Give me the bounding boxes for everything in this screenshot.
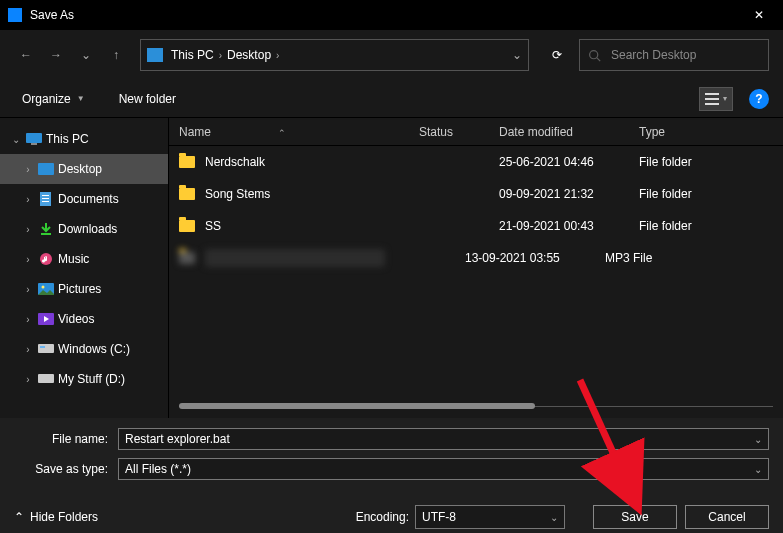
svg-rect-3 xyxy=(705,98,719,100)
close-button[interactable]: ✕ xyxy=(737,0,781,30)
horizontal-scrollbar[interactable] xyxy=(179,400,773,414)
chevron-right-icon[interactable]: › xyxy=(216,50,225,61)
breadcrumb-root[interactable]: This PC xyxy=(171,48,214,62)
encoding-select[interactable]: UTF-8 ⌄ xyxy=(415,505,565,529)
arrow-left-icon: ← xyxy=(20,48,32,62)
tree-item-my-stuff-d[interactable]: › My Stuff (D:) xyxy=(0,364,168,394)
tree-item-music[interactable]: › Music xyxy=(0,244,168,274)
tree-item-downloads[interactable]: › Downloads xyxy=(0,214,168,244)
tree-label: Windows (C:) xyxy=(58,342,130,356)
chevron-down-icon[interactable]: ⌄ xyxy=(512,48,522,62)
column-headers: Name ⌃ Status Date modified Type xyxy=(169,118,783,146)
file-row[interactable]: Song Stems 09-09-2021 21:32 File folder xyxy=(169,178,783,210)
expand-icon[interactable]: › xyxy=(22,374,34,385)
search-icon xyxy=(588,49,601,62)
forward-button[interactable]: → xyxy=(44,43,68,67)
address-bar[interactable]: This PC › Desktop › ⌄ xyxy=(140,39,529,71)
music-icon xyxy=(38,252,54,266)
recent-locations-button[interactable]: ⌄ xyxy=(74,43,98,67)
svg-point-14 xyxy=(42,286,45,289)
tree-label: Pictures xyxy=(58,282,101,296)
save-fields: File name: Restart explorer.bat ⌄ Save a… xyxy=(0,418,783,494)
pictures-icon xyxy=(38,282,54,296)
svg-rect-9 xyxy=(42,195,49,196)
cancel-label: Cancel xyxy=(708,510,745,524)
dialog-footer: ⌃ Hide Folders Encoding: UTF-8 ⌄ Save Ca… xyxy=(0,494,783,533)
tree-label: My Stuff (D:) xyxy=(58,372,125,386)
chevron-down-icon: ▼ xyxy=(77,94,85,103)
filename-input[interactable]: Restart explorer.bat ⌄ xyxy=(118,428,769,450)
column-header-name[interactable]: Name ⌃ xyxy=(179,125,419,139)
view-options-button[interactable]: ▾ xyxy=(699,87,733,111)
help-button[interactable]: ? xyxy=(749,89,769,109)
folder-icon xyxy=(179,188,195,200)
svg-rect-17 xyxy=(40,346,45,348)
expand-icon[interactable]: › xyxy=(22,164,34,175)
arrow-up-icon: ↑ xyxy=(113,48,119,62)
file-row[interactable]: Nerdschalk 25-06-2021 04:46 File folder xyxy=(169,146,783,178)
column-header-date[interactable]: Date modified xyxy=(499,125,639,139)
tree-label: Videos xyxy=(58,312,94,326)
chevron-down-icon[interactable]: ⌄ xyxy=(754,434,762,445)
tree-label: This PC xyxy=(46,132,89,146)
file-type: File folder xyxy=(639,187,783,201)
collapse-icon[interactable]: ⌄ xyxy=(10,134,22,145)
savetype-select[interactable]: All Files (*.*) ⌄ xyxy=(118,458,769,480)
tree-item-this-pc[interactable]: ⌄ This PC xyxy=(0,124,168,154)
expand-icon[interactable]: › xyxy=(22,224,34,235)
breadcrumb-leaf[interactable]: Desktop xyxy=(227,48,271,62)
column-header-status[interactable]: Status xyxy=(419,125,499,139)
hide-folders-label: Hide Folders xyxy=(30,510,98,524)
svg-rect-5 xyxy=(26,133,42,143)
scrollbar-thumb[interactable] xyxy=(179,403,535,409)
documents-icon xyxy=(38,192,54,206)
svg-rect-16 xyxy=(38,344,54,353)
hide-folders-button[interactable]: ⌃ Hide Folders xyxy=(14,510,98,524)
chevron-down-icon[interactable]: ⌄ xyxy=(550,512,558,523)
file-row[interactable]: SS 21-09-2021 00:43 File folder xyxy=(169,210,783,242)
expand-icon[interactable]: › xyxy=(22,254,34,265)
tree-item-videos[interactable]: › Videos xyxy=(0,304,168,334)
refresh-icon: ⟳ xyxy=(552,48,562,62)
file-date: 09-09-2021 21:32 xyxy=(499,187,639,201)
new-folder-button[interactable]: New folder xyxy=(111,88,184,110)
filename-label: File name: xyxy=(14,432,118,446)
expand-icon[interactable]: › xyxy=(22,314,34,325)
expand-icon[interactable]: › xyxy=(22,344,34,355)
organize-button[interactable]: Organize ▼ xyxy=(14,88,93,110)
back-button[interactable]: ← xyxy=(14,43,38,67)
up-button[interactable]: ↑ xyxy=(104,43,128,67)
tree-item-desktop[interactable]: › Desktop xyxy=(0,154,168,184)
folder-icon xyxy=(179,220,195,232)
tree-label: Downloads xyxy=(58,222,117,236)
chevron-down-icon[interactable]: ⌄ xyxy=(754,464,762,475)
expand-icon[interactable]: › xyxy=(22,194,34,205)
svg-rect-11 xyxy=(42,201,49,202)
file-rows: Nerdschalk 25-06-2021 04:46 File folder … xyxy=(169,146,783,400)
column-header-type[interactable]: Type xyxy=(639,125,783,139)
list-view-icon xyxy=(705,93,719,105)
search-placeholder: Search Desktop xyxy=(611,48,696,62)
savetype-value: All Files (*.*) xyxy=(125,462,191,476)
save-label: Save xyxy=(621,510,648,524)
svg-rect-4 xyxy=(705,103,719,105)
tree-item-documents[interactable]: › Documents xyxy=(0,184,168,214)
file-name-redacted: x xyxy=(205,249,385,267)
arrow-right-icon: → xyxy=(50,48,62,62)
cancel-button[interactable]: Cancel xyxy=(685,505,769,529)
file-type: File folder xyxy=(639,155,783,169)
tree-item-windows-c[interactable]: › Windows (C:) xyxy=(0,334,168,364)
expand-icon[interactable]: › xyxy=(22,284,34,295)
chevron-down-icon: ▾ xyxy=(723,94,727,103)
chevron-right-icon[interactable]: › xyxy=(273,50,282,61)
search-input[interactable]: Search Desktop xyxy=(579,39,769,71)
file-row[interactable]: x 13-09-2021 03:55 MP3 File xyxy=(169,242,783,274)
tree-item-pictures[interactable]: › Pictures xyxy=(0,274,168,304)
close-icon: ✕ xyxy=(754,8,764,22)
save-button[interactable]: Save xyxy=(593,505,677,529)
encoding-value: UTF-8 xyxy=(422,510,456,524)
refresh-button[interactable]: ⟳ xyxy=(541,39,573,71)
tree-label: Documents xyxy=(58,192,119,206)
window-title: Save As xyxy=(30,8,737,22)
downloads-icon xyxy=(38,222,54,236)
